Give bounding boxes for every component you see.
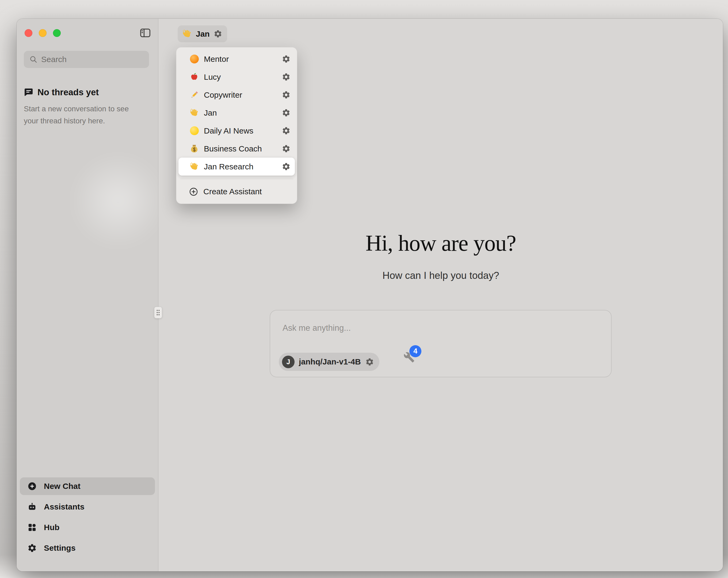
assistant-menu-item-business-coach[interactable]: Business Coach: [179, 140, 295, 158]
sidebar-item-label: New Chat: [44, 482, 80, 491]
new-chat-icon: [27, 481, 37, 491]
assistant-menu-item-lucy[interactable]: Lucy: [179, 68, 295, 86]
assistant-menu-item-daily-ai-news[interactable]: Daily AI News: [179, 122, 295, 140]
grip-dots-icon: [155, 308, 161, 317]
waving-hand-icon: [182, 29, 192, 39]
settings-gear-icon: [27, 543, 37, 553]
search-placeholder: Search: [41, 55, 67, 64]
waving-hand-icon: [189, 161, 199, 172]
assistant-selector[interactable]: Jan: [178, 25, 227, 42]
sidebar-nav: New Chat Assistants Hub Settings: [20, 477, 155, 557]
create-assistant-button[interactable]: Create Assistant: [179, 182, 295, 201]
gear-icon[interactable]: [282, 91, 290, 99]
greeting: Hi, how are you? How can I help you toda…: [159, 230, 723, 281]
search-input[interactable]: Search: [24, 51, 149, 68]
search-icon: [29, 55, 38, 64]
zoom-button[interactable]: [53, 29, 61, 37]
minimize-button[interactable]: [39, 29, 47, 37]
gear-icon[interactable]: [282, 144, 290, 153]
assistant-menu: Mentor Lucy Copywriter Jan Daily AI News: [176, 47, 297, 204]
gear-icon[interactable]: [282, 55, 290, 64]
empty-state: No threads yet Start a new conversation …: [24, 87, 147, 127]
main-area: Jan Mentor Lucy Copywriter Jan: [159, 19, 723, 571]
orange-circle-icon: [189, 54, 199, 64]
sidebar: Search No threads yet Start a new conver…: [17, 19, 158, 571]
sidebar-item-label: Assistants: [44, 502, 84, 511]
empty-state-description: Start a new conversation to see your thr…: [24, 103, 141, 127]
chat-bubble-icon: [24, 87, 33, 97]
sidebar-item-assistants[interactable]: Assistants: [20, 498, 155, 516]
sidebar-item-new-chat[interactable]: New Chat: [20, 477, 155, 495]
sidebar-item-hub[interactable]: Hub: [20, 519, 155, 536]
sidebar-toggle-icon[interactable]: [139, 27, 151, 39]
app-window: Search No threads yet Start a new conver…: [17, 19, 723, 571]
assistant-settings-icon[interactable]: [213, 29, 222, 38]
yellow-circle-icon: [189, 126, 199, 136]
tools-button[interactable]: 4: [404, 347, 422, 366]
sidebar-glow: [70, 153, 166, 249]
close-button[interactable]: [25, 29, 32, 37]
gear-icon[interactable]: [282, 108, 290, 117]
model-avatar: J: [282, 356, 294, 368]
chat-composer[interactable]: Ask me anything... J janhq/Jan-v1-4B 4: [270, 310, 612, 377]
tools-count-badge: 4: [409, 345, 421, 357]
waving-hand-icon: [189, 108, 199, 118]
composer-placeholder: Ask me anything...: [283, 323, 351, 333]
gear-icon[interactable]: [282, 162, 290, 171]
apple-icon: [189, 72, 199, 82]
gear-icon[interactable]: [282, 73, 290, 81]
sidebar-item-settings[interactable]: Settings: [20, 539, 155, 557]
pencil-icon: [189, 90, 199, 100]
model-name: janhq/Jan-v1-4B: [299, 357, 361, 366]
traffic-lights: [25, 29, 61, 37]
money-bag-icon: [189, 144, 199, 154]
assistant-menu-item-jan-research[interactable]: Jan Research: [179, 158, 295, 176]
assistant-menu-item-jan[interactable]: Jan: [179, 104, 295, 122]
plus-circle-icon: [189, 187, 199, 197]
sidebar-resize-handle[interactable]: [154, 307, 162, 319]
hub-icon: [27, 523, 37, 532]
menu-divider: [180, 179, 293, 179]
greeting-subtitle: How can I help you today?: [159, 270, 723, 281]
empty-state-title: No threads yet: [37, 87, 99, 97]
assistant-selector-label: Jan: [196, 29, 210, 39]
model-settings-icon[interactable]: [365, 357, 374, 366]
assistants-icon: [27, 502, 37, 512]
sidebar-item-label: Hub: [44, 523, 59, 532]
gear-icon[interactable]: [282, 126, 290, 135]
sidebar-item-label: Settings: [44, 544, 75, 553]
model-selector[interactable]: J janhq/Jan-v1-4B: [279, 353, 380, 371]
assistant-menu-item-mentor[interactable]: Mentor: [179, 50, 295, 68]
greeting-title: Hi, how are you?: [159, 230, 723, 256]
assistant-menu-item-copywriter[interactable]: Copywriter: [179, 86, 295, 104]
